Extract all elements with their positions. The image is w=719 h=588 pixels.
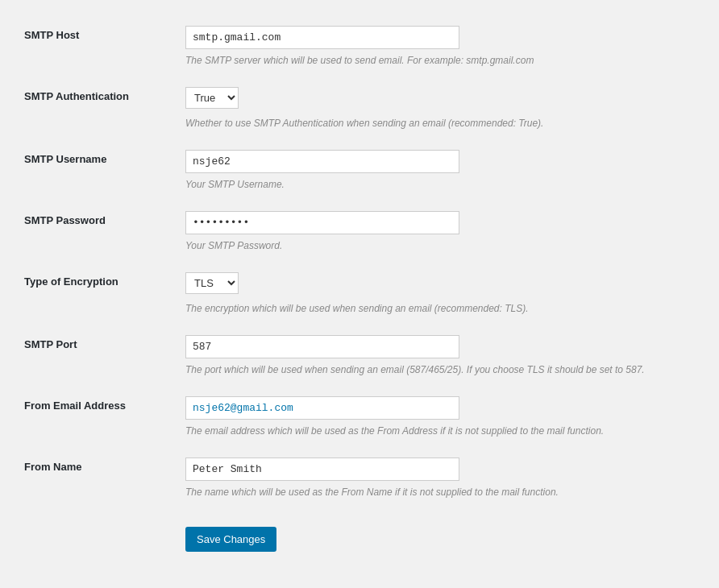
smtp-port-description: The port which will be used when sending…	[185, 362, 695, 377]
from-email-row: From Email Address The email address whi…	[16, 387, 703, 448]
from-email-label: From Email Address	[16, 387, 177, 448]
from-name-input[interactable]	[185, 458, 459, 481]
settings-form: SMTP Host The SMTP server which will be …	[16, 16, 703, 561]
smtp-port-row: SMTP Port The port which will be used wh…	[16, 325, 703, 387]
smtp-username-label: SMTP Username	[16, 140, 177, 201]
smtp-username-field: Your SMTP Username.	[177, 140, 703, 201]
smtp-auth-row: SMTP Authentication True False Whether t…	[16, 77, 703, 140]
from-name-description: The name which will be used as the From …	[185, 485, 695, 499]
smtp-host-label: SMTP Host	[16, 16, 177, 77]
smtp-password-description: Your SMTP Password.	[185, 238, 695, 253]
encryption-field: TLS SSL None The encryption which will b…	[177, 263, 703, 325]
smtp-password-label: SMTP Password	[16, 201, 177, 263]
from-email-description: The email address which will be used as …	[185, 424, 695, 438]
smtp-host-field: The SMTP server which will be used to se…	[177, 16, 703, 77]
smtp-port-input[interactable]	[185, 335, 459, 358]
from-name-label: From Name	[16, 448, 177, 509]
smtp-auth-select[interactable]: True False	[185, 87, 239, 109]
from-email-input[interactable]	[185, 396, 459, 420]
smtp-port-field: The port which will be used when sending…	[177, 325, 703, 387]
smtp-password-row: SMTP Password Your SMTP Password.	[16, 201, 703, 263]
encryption-label: Type of Encryption	[16, 263, 177, 325]
from-email-field: The email address which will be used as …	[177, 387, 703, 448]
encryption-select[interactable]: TLS SSL None	[185, 272, 239, 294]
smtp-username-description: Your SMTP Username.	[185, 177, 695, 192]
encryption-description: The encryption which will be used when s…	[185, 301, 695, 316]
smtp-password-field: Your SMTP Password.	[177, 201, 703, 263]
save-changes-button[interactable]: Save Changes	[185, 527, 276, 552]
from-name-field: The name which will be used as the From …	[177, 448, 703, 509]
smtp-auth-label: SMTP Authentication	[16, 77, 177, 140]
smtp-host-description: The SMTP server which will be used to se…	[185, 53, 695, 68]
smtp-auth-field: True False Whether to use SMTP Authentic…	[177, 77, 703, 140]
smtp-host-input[interactable]	[185, 26, 459, 49]
submit-area: Save Changes	[177, 509, 703, 561]
smtp-port-label: SMTP Port	[16, 325, 177, 387]
smtp-username-input[interactable]	[185, 150, 459, 173]
save-row: Save Changes	[16, 509, 703, 561]
smtp-password-input[interactable]	[185, 211, 459, 234]
encryption-row: Type of Encryption TLS SSL None The encr…	[16, 263, 703, 325]
smtp-host-row: SMTP Host The SMTP server which will be …	[16, 16, 703, 77]
smtp-auth-description: Whether to use SMTP Authentication when …	[185, 116, 695, 130]
smtp-username-row: SMTP Username Your SMTP Username.	[16, 140, 703, 201]
from-name-row: From Name The name which will be used as…	[16, 448, 703, 509]
